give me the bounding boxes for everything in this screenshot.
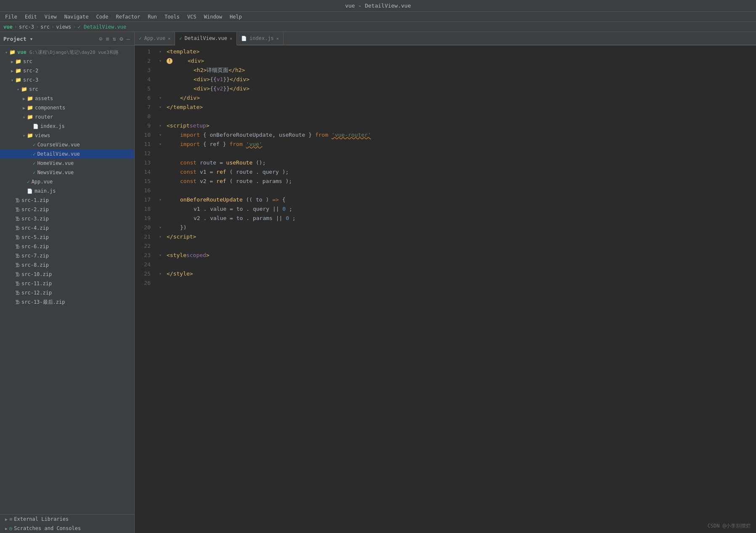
tree-item-router-index[interactable]: 📄 index.js xyxy=(0,122,134,131)
code-line-10: ▾ import { onBeforeRouteUpdate, useRoute… xyxy=(159,130,756,140)
code-line-8 xyxy=(159,112,756,121)
code-content[interactable]: ▾ <template> ▾ ! <div> <h2>详细页面</h2> xyxy=(156,47,756,533)
menu-view[interactable]: View xyxy=(41,13,60,21)
main-layout: Project ▾ ⊙ ≡ ⇅ ⚙ — ▾ 📁 vue G:\课程\Django… xyxy=(0,32,756,533)
menu-refactor[interactable]: Refactor xyxy=(112,13,143,21)
code-line-20: ▾ }) xyxy=(159,223,756,232)
code-line-26 xyxy=(159,278,756,288)
watermark: CSDN @小李别摆烂 xyxy=(708,522,751,530)
breadcrumb-src3[interactable]: src-3 xyxy=(19,24,34,30)
collapse-all-icon[interactable]: ≡ xyxy=(105,34,110,43)
code-line-6: ▾ </div> xyxy=(159,93,756,103)
tree-item-src8-zip[interactable]: 🗜 src-8.zip xyxy=(0,260,134,270)
expand-icon[interactable]: ⇅ xyxy=(112,34,117,43)
code-line-23: ▾ <style scoped> xyxy=(159,251,756,260)
menu-run[interactable]: Run xyxy=(144,13,160,21)
tree-item-src6-zip[interactable]: 🗜 src-6.zip xyxy=(0,242,134,251)
code-line-1: ▾ <template> xyxy=(159,47,756,56)
tree-item-src3-zip[interactable]: 🗜 src-3.zip xyxy=(0,214,134,223)
tree-item-detailview[interactable]: ✓ DetailView.vue xyxy=(0,149,134,159)
menu-window[interactable]: Window xyxy=(201,13,225,21)
menu-edit[interactable]: Edit xyxy=(21,13,40,21)
code-editor[interactable]: 1 2 3 4 5 6 7 8 9 10 11 12 13 14 15 16 1… xyxy=(135,45,756,533)
sidebar: Project ▾ ⊙ ≡ ⇅ ⚙ — ▾ 📁 vue G:\课程\Django… xyxy=(0,32,135,533)
menu-navigate[interactable]: Navigate xyxy=(61,13,92,21)
code-line-13: const route = useRoute (); xyxy=(159,158,756,167)
code-line-3: <h2>详细页面</h2> xyxy=(159,66,756,75)
code-line-19: v2 . value = to . params || 0 ; xyxy=(159,214,756,223)
tree-item-external-libraries[interactable]: ▶ ≡ External Libraries xyxy=(0,514,134,524)
sidebar-icons: ⊙ ≡ ⇅ ⚙ — xyxy=(98,34,131,43)
code-line-4: <div>{{v1}}</div> xyxy=(159,75,756,84)
code-line-16 xyxy=(159,186,756,195)
tab-app-vue[interactable]: ✓ App.vue ✕ xyxy=(135,32,175,45)
code-line-22 xyxy=(159,241,756,251)
code-line-18: v1 . value = to . query || 0 ; xyxy=(159,204,756,214)
tree-item-src3-src[interactable]: ▾ 📁 src xyxy=(0,85,134,94)
menu-code[interactable]: Code xyxy=(93,13,112,21)
code-line-12 xyxy=(159,149,756,158)
sidebar-header: Project ▾ ⊙ ≡ ⇅ ⚙ — xyxy=(0,32,134,46)
close-tab-index[interactable]: ✕ xyxy=(276,36,279,41)
tree-item-src5-zip[interactable]: 🗜 src-5.zip xyxy=(0,233,134,242)
code-line-21: ▾ </script> xyxy=(159,232,756,241)
sidebar-title: Project ▾ xyxy=(3,36,95,42)
tree-item-scratches[interactable]: ▶ ◎ Scratches and Consoles xyxy=(0,524,134,533)
code-line-14: const v1 = ref ( route . query ); xyxy=(159,167,756,177)
line-numbers: 1 2 3 4 5 6 7 8 9 10 11 12 13 14 15 16 1… xyxy=(135,47,156,533)
close-tab-app[interactable]: ✕ xyxy=(168,36,170,41)
tab-detailview[interactable]: ✓ DetailView.vue ✕ xyxy=(175,32,237,45)
code-line-11: ▾ import { ref } from 'vue' xyxy=(159,140,756,149)
menu-vcs[interactable]: VCS xyxy=(184,13,200,21)
tree-item-views[interactable]: ▾ 📁 views xyxy=(0,131,134,140)
title-bar: vue - DetailView.vue xyxy=(0,0,756,12)
close-sidebar-icon[interactable]: — xyxy=(126,34,131,43)
tree-item-src[interactable]: ▶ 📁 src xyxy=(0,57,134,66)
menu-tools[interactable]: Tools xyxy=(161,13,183,21)
window-title: vue - DetailView.vue xyxy=(345,3,411,9)
code-line-25: ▾ </style> xyxy=(159,269,756,278)
tree-item-src13-zip[interactable]: 🗜 src-13-最后.zip xyxy=(0,297,134,307)
breadcrumb-file[interactable]: ✓ DetailView.vue xyxy=(78,24,127,30)
hint-icon-line2: ! xyxy=(167,58,172,64)
code-line-17: ▾ onBeforeRouteUpdate (( to ) => { xyxy=(159,195,756,204)
tree-item-src2-zip[interactable]: 🗜 src-2.zip xyxy=(0,205,134,214)
tree-item-newsview[interactable]: ✓ NewsView.vue xyxy=(0,168,134,177)
tree-item-src11-zip[interactable]: 🗜 src-11.zip xyxy=(0,279,134,288)
tree-item-assets[interactable]: ▶ 📁 assets xyxy=(0,94,134,103)
tree-item-homeview[interactable]: ✓ HomeView.vue xyxy=(0,159,134,168)
locate-icon[interactable]: ⊙ xyxy=(98,34,103,43)
tree-item-src10-zip[interactable]: 🗜 src-10.zip xyxy=(0,270,134,279)
editor-area: ✓ App.vue ✕ ✓ DetailView.vue ✕ 📄 index.j… xyxy=(135,32,756,533)
tree-item-vue-root[interactable]: ▾ 📁 vue G:\课程\Django\笔记\day20 vue3和路 xyxy=(0,48,134,57)
tree-item-components[interactable]: ▶ 📁 components xyxy=(0,103,134,112)
menu-help[interactable]: Help xyxy=(226,13,245,21)
sidebar-bottom: ▶ ≡ External Libraries ▶ ◎ Scratches and… xyxy=(0,514,134,533)
breadcrumb-vue[interactable]: vue xyxy=(3,24,13,30)
tree-item-main-js[interactable]: 📄 main.js xyxy=(0,186,134,196)
tab-bar: ✓ App.vue ✕ ✓ DetailView.vue ✕ 📄 index.j… xyxy=(135,32,756,45)
code-line-2: ▾ ! <div> xyxy=(159,56,756,66)
tree-item-src12-zip[interactable]: 🗜 src-12.zip xyxy=(0,288,134,297)
tree-item-src4-zip[interactable]: 🗜 src-4.zip xyxy=(0,223,134,233)
tree-item-src2[interactable]: ▶ 📁 src-2 xyxy=(0,66,134,75)
code-line-5: <div>{{v2}}</div> xyxy=(159,84,756,93)
settings-icon[interactable]: ⚙ xyxy=(119,34,124,43)
tree-item-router[interactable]: ▾ 📁 router xyxy=(0,112,134,122)
code-line-9: ▾ <script setup> xyxy=(159,121,756,130)
breadcrumb: vue › src-3 › src › views › ✓ DetailView… xyxy=(0,22,756,32)
close-tab-detailview[interactable]: ✕ xyxy=(230,36,232,41)
menu-file[interactable]: File xyxy=(2,13,21,21)
code-line-7: ▾ </template> xyxy=(159,103,756,112)
tree-item-app-vue[interactable]: ✓ App.vue xyxy=(0,177,134,186)
tab-index-js[interactable]: 📄 index.js ✕ xyxy=(237,32,284,45)
tree-item-src7-zip[interactable]: 🗜 src-7.zip xyxy=(0,251,134,260)
tree-item-src3[interactable]: ▾ 📁 src-3 xyxy=(0,75,134,85)
breadcrumb-views[interactable]: views xyxy=(56,24,71,30)
tree-item-src1-zip[interactable]: 🗜 src-1.zip xyxy=(0,196,134,205)
code-line-15: const v2 = ref ( route . params ); xyxy=(159,177,756,186)
tree-item-courseview[interactable]: ✓ CourseView.vue xyxy=(0,140,134,149)
breadcrumb-src[interactable]: src xyxy=(40,24,50,30)
menu-bar: File Edit View Navigate Code Refactor Ru… xyxy=(0,12,756,22)
code-line-24 xyxy=(159,260,756,269)
